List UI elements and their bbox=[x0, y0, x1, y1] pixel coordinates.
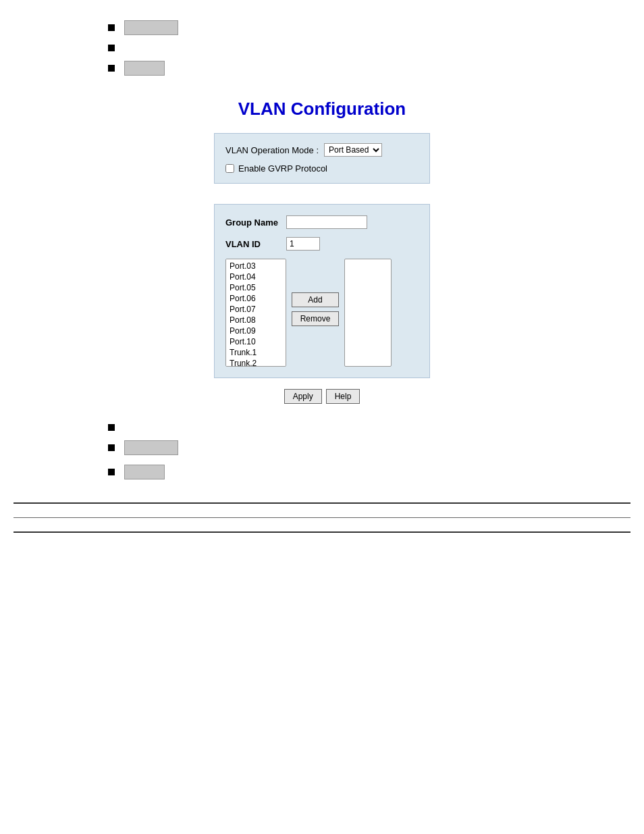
vlan-operation-panel: VLAN Operation Mode : Port Based 802.1Q … bbox=[214, 133, 430, 184]
operation-mode-select[interactable]: Port Based 802.1Q bbox=[324, 143, 382, 157]
group-name-label: Group Name bbox=[225, 217, 286, 228]
top-bullet-section bbox=[0, 14, 644, 92]
hr-medium-1 bbox=[14, 517, 630, 518]
port-action-buttons: Add Remove bbox=[292, 259, 339, 326]
bullet-row-1 bbox=[108, 20, 536, 35]
bottom-bullet-section bbox=[0, 404, 644, 496]
bottom-bullet-row-1 bbox=[108, 424, 536, 431]
action-buttons: Apply Help bbox=[284, 389, 360, 404]
trunk-1-option: Trunk.1 bbox=[227, 347, 284, 358]
operation-mode-row: VLAN Operation Mode : Port Based 802.1Q bbox=[225, 143, 419, 157]
bullet-2 bbox=[108, 45, 115, 51]
port-03-option: Port.03 bbox=[227, 261, 284, 271]
port-07-option: Port.07 bbox=[227, 304, 284, 315]
port-04-option: Port.04 bbox=[227, 271, 284, 282]
vlan-id-input[interactable] bbox=[286, 237, 320, 251]
help-button[interactable]: Help bbox=[326, 389, 360, 404]
gvrp-checkbox[interactable] bbox=[225, 164, 234, 173]
bullet-3 bbox=[108, 65, 115, 72]
bottom-gray-box-1 bbox=[124, 440, 178, 455]
bottom-bullet-row-3 bbox=[108, 465, 536, 479]
main-content: VLAN Configuration VLAN Operation Mode :… bbox=[0, 99, 644, 404]
bullet-row-3 bbox=[108, 61, 536, 76]
bottom-bullet-2 bbox=[108, 444, 115, 451]
remove-button[interactable]: Remove bbox=[292, 311, 339, 326]
available-ports-list[interactable]: Port.03 Port.04 Port.05 Port.06 Port.07 … bbox=[225, 259, 286, 367]
page-title: VLAN Configuration bbox=[238, 99, 406, 120]
group-name-row: Group Name bbox=[225, 215, 419, 229]
port-08-option: Port.08 bbox=[227, 315, 284, 325]
bottom-bullet-1 bbox=[108, 424, 115, 431]
vlan-id-row: VLAN ID bbox=[225, 237, 419, 251]
bottom-bullet-3 bbox=[108, 469, 115, 475]
hr-dark-2 bbox=[14, 531, 630, 533]
vlan-id-label: VLAN ID bbox=[225, 239, 286, 249]
operation-mode-label: VLAN Operation Mode : bbox=[225, 145, 319, 155]
gray-box-1 bbox=[124, 20, 178, 35]
bottom-gray-box-2 bbox=[124, 465, 165, 479]
apply-button[interactable]: Apply bbox=[284, 389, 322, 404]
page-wrapper: VLAN Configuration VLAN Operation Mode :… bbox=[0, 0, 644, 553]
trunk-2-option: Trunk.2 bbox=[227, 358, 284, 367]
port-09-option: Port.09 bbox=[227, 325, 284, 336]
vlan-form-panel: Group Name VLAN ID Port.03 Port.04 Port.… bbox=[214, 204, 430, 378]
selected-ports-list[interactable] bbox=[344, 259, 392, 367]
group-name-input[interactable] bbox=[286, 215, 367, 229]
hr-dark-1 bbox=[14, 502, 630, 504]
port-lists-area: Port.03 Port.04 Port.05 Port.06 Port.07 … bbox=[225, 259, 419, 367]
gvrp-row: Enable GVRP Protocol bbox=[225, 163, 419, 174]
gvrp-label: Enable GVRP Protocol bbox=[238, 163, 327, 174]
bottom-bullet-row-2 bbox=[108, 440, 536, 455]
add-button[interactable]: Add bbox=[292, 292, 339, 307]
port-10-option: Port.10 bbox=[227, 336, 284, 347]
gray-box-2 bbox=[124, 61, 165, 76]
bullet-row-2 bbox=[108, 45, 536, 51]
port-05-option: Port.05 bbox=[227, 282, 284, 293]
bullet-1 bbox=[108, 24, 115, 31]
port-06-option: Port.06 bbox=[227, 293, 284, 304]
